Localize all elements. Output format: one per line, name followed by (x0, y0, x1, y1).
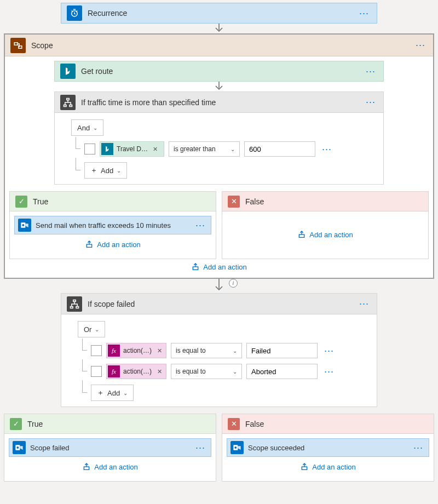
recurrence-card[interactable]: Recurrence ··· (61, 3, 377, 24)
add-action-label: Add an action (97, 240, 141, 249)
get-route-card[interactable]: Get route ··· (54, 61, 384, 82)
more-menu[interactable]: ··· (364, 66, 378, 77)
more-menu[interactable]: ··· (357, 8, 371, 19)
operator-label: is equal to (176, 368, 206, 375)
true-header: ✓ True (10, 192, 216, 211)
scope-failed-title: Scope failed (26, 444, 193, 452)
value-input[interactable] (246, 343, 318, 358)
if-traffic-title: If traffic time is more than specified t… (76, 98, 364, 107)
scope-succeeded-title: Scope succeeded (244, 444, 411, 452)
if-scope-failed-header[interactable]: If scope failed ··· (61, 294, 377, 314)
arrow-down-icon: i (1, 279, 437, 293)
more-menu[interactable]: ··· (413, 39, 428, 51)
true-header: ✓ True (4, 414, 216, 434)
logic-op-dropdown[interactable]: Or ⌄ (78, 321, 105, 337)
add-action-label: Add an action (203, 263, 247, 271)
false-title: False (240, 197, 264, 206)
more-menu[interactable]: ··· (193, 220, 208, 231)
operand-token[interactable]: Travel D… ✕ (100, 141, 164, 157)
true-title: True (22, 420, 43, 428)
chevron-down-icon: ⌄ (233, 348, 237, 354)
operand-token[interactable]: fx action(…) ✕ (106, 364, 166, 379)
more-menu[interactable]: ··· (322, 366, 336, 377)
row-checkbox[interactable] (91, 345, 102, 356)
false-header: ✕ False (222, 414, 434, 434)
chevron-down-icon: ⌄ (233, 369, 237, 375)
add-action-button[interactable]: Add an action (9, 460, 211, 473)
remove-token-icon[interactable]: ✕ (157, 347, 162, 354)
if-scope-failed-title: If scope failed (82, 300, 357, 308)
svg-rect-5 (70, 105, 72, 106)
more-menu[interactable]: ··· (357, 298, 371, 310)
value-input[interactable] (244, 141, 315, 157)
more-menu[interactable]: ··· (364, 96, 378, 108)
bing-icon (101, 143, 113, 155)
outlook-icon (18, 219, 31, 232)
outlook-icon (230, 441, 244, 454)
remove-token-icon[interactable]: ✕ (157, 368, 162, 375)
if-scope-failed-card: If scope failed ··· Or ⌄ fx action(…) ✕ … (61, 293, 377, 407)
more-menu[interactable]: ··· (193, 442, 208, 454)
row-checkbox[interactable] (84, 144, 95, 154)
logic-op-label: And (77, 124, 90, 132)
add-condition-button[interactable]: ＋ Add ⌄ (84, 162, 127, 179)
operand-token[interactable]: fx action(…) ✕ (106, 343, 166, 358)
token-label: Travel D… (117, 145, 149, 153)
more-menu[interactable]: ··· (322, 345, 336, 357)
operator-label: is greater than (174, 145, 216, 153)
if-traffic-header[interactable]: If traffic time is more than specified t… (55, 92, 383, 113)
false-title: False (240, 420, 264, 428)
recurrence-title: Recurrence (82, 9, 357, 18)
svg-rect-19 (302, 467, 307, 469)
scope-succeeded-card[interactable]: Scope succeeded ··· (227, 438, 429, 457)
add-action-button[interactable]: Add an action (14, 238, 211, 251)
info-icon[interactable]: i (229, 279, 238, 288)
condition-icon (60, 95, 76, 110)
operator-dropdown[interactable]: is equal to ⌄ (171, 343, 242, 358)
svg-rect-9 (299, 234, 304, 237)
more-menu[interactable]: ··· (320, 144, 334, 155)
arrow-down-icon (5, 82, 433, 91)
true-branch: ✓ True Send mail when traffic exceeds 10… (9, 191, 216, 259)
add-condition-button[interactable]: ＋ Add ⌄ (91, 385, 134, 401)
row-checkbox[interactable] (91, 366, 102, 377)
add-action-button[interactable]: Add an action (227, 228, 424, 241)
value-input[interactable] (246, 364, 318, 379)
operator-label: is equal to (176, 347, 206, 354)
add-action-label: Add an action (309, 231, 353, 239)
close-icon: ✕ (228, 418, 240, 430)
condition-row: fx action(…) ✕ is equal to ⌄ ··· (78, 343, 368, 358)
add-action-button[interactable]: Add an action (5, 259, 433, 274)
svg-rect-16 (84, 467, 89, 469)
scope-icon (10, 38, 26, 53)
svg-point-15 (16, 446, 19, 449)
remove-token-icon[interactable]: ✕ (153, 146, 158, 153)
fx-icon: fx (108, 345, 120, 357)
false-header: ✕ False (222, 192, 428, 211)
operator-dropdown[interactable]: is equal to ⌄ (171, 364, 242, 379)
svg-point-18 (234, 446, 237, 449)
svg-point-7 (22, 224, 24, 226)
token-label: action(…) (123, 347, 154, 354)
logic-op-dropdown[interactable]: And ⌄ (71, 119, 103, 136)
add-action-button[interactable]: Add an action (227, 460, 429, 473)
token-label: action(…) (123, 368, 154, 375)
get-route-title: Get route (76, 67, 364, 76)
scope-header[interactable]: Scope ··· (5, 35, 433, 56)
chevron-down-icon: ⌄ (93, 125, 97, 131)
condition-row: Travel D… ✕ is greater than ⌄ ··· (71, 141, 374, 157)
add-label: Add (107, 389, 120, 397)
condition-row: fx action(…) ✕ is equal to ⌄ ··· (78, 364, 368, 379)
scope-failed-card[interactable]: Scope failed ··· (9, 438, 211, 457)
operator-dropdown[interactable]: is greater than ⌄ (169, 141, 240, 157)
chevron-down-icon: ⌄ (230, 146, 235, 152)
send-mail-card[interactable]: Send mail when traffic exceeds 10 minute… (14, 216, 211, 234)
svg-rect-11 (73, 300, 76, 301)
plus-icon: ＋ (90, 165, 97, 175)
add-action-label: Add an action (94, 463, 138, 471)
svg-rect-3 (67, 98, 70, 100)
close-icon: ✕ (228, 196, 240, 208)
arrow-down-icon (1, 24, 437, 33)
more-menu[interactable]: ··· (411, 442, 425, 454)
fx-icon: fx (108, 365, 120, 377)
